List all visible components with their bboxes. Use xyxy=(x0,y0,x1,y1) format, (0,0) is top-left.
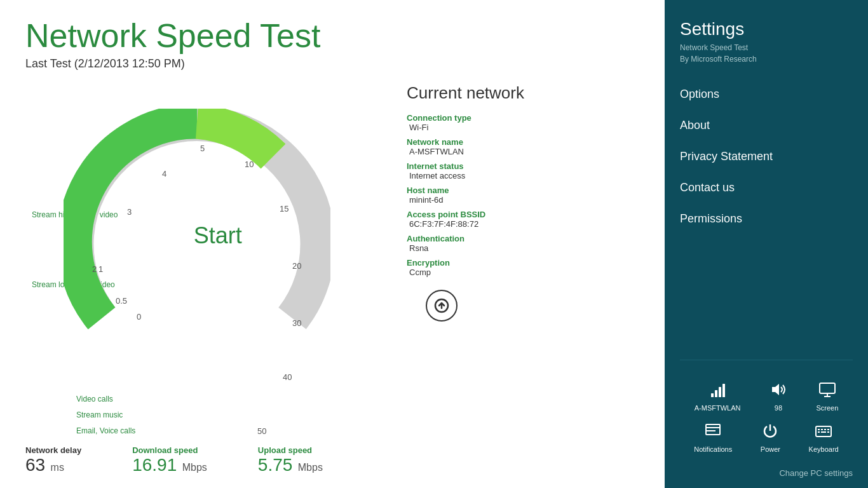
sidebar-item-contact[interactable]: Contact us xyxy=(680,172,853,203)
activity-music: Stream music xyxy=(76,410,123,419)
activity-video-calls: Video calls xyxy=(76,395,113,403)
stat-upload: Upload speed 5.75 Mbps xyxy=(258,445,323,475)
network-section-title: Current network xyxy=(407,83,639,103)
taskbar-power[interactable]: Power xyxy=(761,422,780,453)
net-field-bssid: Access point BSSID 6C:F3:7F:4F:88:72 xyxy=(407,210,639,229)
notifications-label: Notifications xyxy=(694,445,732,453)
svg-rect-3 xyxy=(711,393,714,397)
sidebar-item-about[interactable]: About xyxy=(680,110,853,141)
volume-icon xyxy=(770,381,787,402)
svg-rect-21 xyxy=(821,431,826,433)
svg-rect-18 xyxy=(824,429,826,430)
activity-email: Email, Voice calls xyxy=(76,426,135,435)
net-field-connection-type-label: Connection type Wi-Fi xyxy=(407,113,639,132)
net-field-host-name: Host name minint-6d xyxy=(407,186,639,205)
gauge-num-2: 2 xyxy=(92,264,97,274)
app-title: Network Speed Test xyxy=(25,19,639,52)
gauge-num-05: 0.5 xyxy=(116,296,127,306)
gauge-num-0: 0 xyxy=(137,312,141,322)
power-label: Power xyxy=(761,445,780,453)
taskbar-screen[interactable]: Screen xyxy=(816,381,838,412)
download-label: Download speed xyxy=(132,445,207,455)
taskbar: A-MSFTWLAN 98 xyxy=(680,370,853,468)
settings-title: Settings xyxy=(680,19,853,39)
gauge-num-50: 50 xyxy=(257,426,266,436)
network-delay-unit: ms xyxy=(51,462,64,473)
change-pc-settings[interactable]: Change PC settings xyxy=(680,468,853,488)
upload-button[interactable] xyxy=(426,290,458,322)
gauge-num-15: 15 xyxy=(280,204,288,214)
svg-rect-8 xyxy=(820,383,835,393)
gauge-num-10: 10 xyxy=(245,159,254,169)
sidebar-item-permissions[interactable]: Permissions xyxy=(680,203,853,234)
gauge-num-20: 20 xyxy=(292,261,301,271)
sidebar-divider xyxy=(680,360,853,360)
svg-rect-16 xyxy=(818,429,820,430)
upload-label: Upload speed xyxy=(258,445,323,455)
net-field-encryption: Encryption Ccmp xyxy=(407,258,639,277)
svg-rect-19 xyxy=(827,429,829,430)
wifi-icon xyxy=(709,381,726,402)
gauge-num-5: 5 xyxy=(200,144,205,153)
download-unit: Mbps xyxy=(182,462,207,473)
svg-rect-22 xyxy=(827,431,829,433)
sidebar: Settings Network Speed Test By Microsoft… xyxy=(665,0,868,488)
gauge-num-40: 40 xyxy=(283,372,292,382)
sidebar-menu: Options About Privacy Statement Contact … xyxy=(680,79,853,349)
network-delay-value: 63 xyxy=(25,455,45,475)
taskbar-row-2: Notifications Power xyxy=(680,422,853,453)
download-value: 16.91 xyxy=(132,455,177,475)
sidebar-item-privacy[interactable]: Privacy Statement xyxy=(680,141,853,172)
screen-label: Screen xyxy=(816,404,838,412)
gauge-num-1: 1 xyxy=(98,264,103,274)
stats-bottom: Network delay 63 ms Download speed 16.91… xyxy=(25,445,323,475)
taskbar-keyboard[interactable]: Keyboard xyxy=(809,422,839,453)
start-button[interactable]: Start xyxy=(194,222,242,249)
svg-rect-4 xyxy=(715,390,717,397)
main-content: Network Speed Test Last Test (2/12/2013 … xyxy=(0,0,665,488)
last-test-label: Last Test (2/12/2013 12:50 PM) xyxy=(25,57,639,71)
net-field-network-name: Network name A-MSFTWLAN xyxy=(407,137,639,156)
taskbar-volume[interactable]: 98 xyxy=(770,381,787,412)
volume-label: 98 xyxy=(775,404,782,412)
gauge-num-30: 30 xyxy=(292,318,301,328)
sidebar-app-name: Network Speed Test xyxy=(680,43,853,52)
net-field-internet-status: Internet status Internet access xyxy=(407,161,639,180)
upload-value: 5.75 xyxy=(258,455,293,475)
taskbar-row-1: A-MSFTWLAN 98 xyxy=(680,381,853,412)
sidebar-item-options[interactable]: Options xyxy=(680,79,853,110)
svg-rect-17 xyxy=(821,429,823,430)
net-field-authentication: Authentication Rsna xyxy=(407,234,639,253)
gauge-num-3: 3 xyxy=(127,207,132,217)
keyboard-label: Keyboard xyxy=(809,445,839,453)
stat-download: Download speed 16.91 Mbps xyxy=(132,445,207,475)
svg-rect-11 xyxy=(706,424,720,435)
sidebar-app-by: By Microsoft Research xyxy=(680,55,853,64)
speedometer: Stream high-quality video Stream low-qua… xyxy=(25,83,381,356)
taskbar-notifications[interactable]: Notifications xyxy=(694,422,732,453)
svg-marker-7 xyxy=(772,384,779,395)
svg-rect-5 xyxy=(719,387,721,397)
content-area: Stream high-quality video Stream low-qua… xyxy=(25,83,639,356)
upload-unit: Mbps xyxy=(298,462,323,473)
stat-network-delay: Network delay 63 ms xyxy=(25,445,81,475)
svg-rect-20 xyxy=(818,431,820,433)
notifications-icon xyxy=(704,422,722,443)
power-icon xyxy=(761,422,779,443)
keyboard-icon xyxy=(815,422,832,443)
gauge-num-4: 4 xyxy=(162,169,166,179)
network-info: Current network Connection type Wi-Fi Ne… xyxy=(407,83,639,322)
screen-icon xyxy=(818,381,836,402)
svg-rect-6 xyxy=(722,384,725,397)
network-delay-label: Network delay xyxy=(25,445,81,455)
wifi-label: A-MSFTWLAN xyxy=(695,404,741,412)
taskbar-wifi[interactable]: A-MSFTWLAN xyxy=(695,381,741,412)
